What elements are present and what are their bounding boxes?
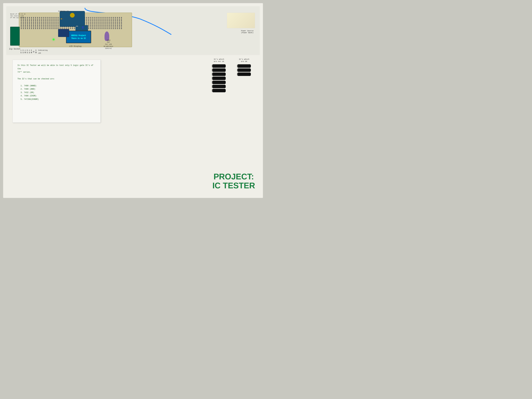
ic-list-item-3: 3. 7432 (OR): [21, 91, 96, 95]
ic-ok-chip-2: [238, 68, 250, 72]
indicating-led-label: IndicatingLED: [38, 49, 47, 54]
led-dot-indicator: [33, 51, 34, 52]
project-word-2: IC TESTER: [212, 181, 255, 190]
led-ab-b3: B O: [31, 50, 32, 54]
arduino-board: [60, 11, 85, 27]
ic-chip-6: [213, 85, 225, 88]
ic-ok-section: IC's which are OK: [235, 58, 253, 76]
power-source: [227, 13, 255, 28]
hardware-section: // will render via JS below Zip Socket N…: [6, 6, 260, 55]
foam-board: // will render via JS below Zip Socket N…: [3, 3, 263, 198]
pot-label: 10kΩ POT For LCD Brightness Control: [104, 39, 113, 50]
ic-not-ok-label: IC's which are not ok: [209, 58, 228, 63]
led-ab-b1: B 1: [22, 50, 24, 54]
info-paper: In this IC Tester we will be able to tes…: [13, 60, 101, 123]
notch-label: Notch of the IC on the reverse side of t…: [10, 13, 26, 19]
green-led-indicator: [53, 38, 55, 40]
ic-chip-7: [213, 89, 225, 92]
led-ab-a1: A 1: [20, 50, 22, 54]
led-ab-a2: A O: [25, 50, 26, 54]
ic-list-item-4: 4. 7486 (EXOR): [21, 94, 96, 98]
ic-list-item-2: 2. 7408 (AND): [21, 88, 96, 91]
project-word-1: PROJECT:: [212, 172, 255, 181]
led-ab-a3: A 1: [29, 50, 30, 54]
ic-ok-chip-3: [238, 72, 250, 76]
led-dot: [33, 51, 34, 52]
project-title: PROJECT: IC TESTER: [212, 172, 255, 190]
ic-chip-2: [213, 68, 225, 72]
ic-ok-chip-1: [238, 64, 250, 68]
ic-ok-label: IC's which are OK: [235, 58, 253, 63]
ic-chip-1: [213, 64, 225, 68]
lcd-display: EEE311 Project There is no IC: [66, 31, 91, 43]
ic-list-item-1: 1. 7400 (NAND): [21, 84, 96, 88]
ic-chip-4: [213, 76, 225, 80]
ic-not-ok-section: IC's which are not ok: [209, 58, 228, 93]
led-ab-b2: B 1: [27, 50, 28, 54]
lcd-label: LCD Display: [69, 45, 82, 47]
power-source-label: Power Source (Power Bank): [241, 30, 253, 34]
info-text: In this IC Tester we will be able to tes…: [18, 64, 96, 101]
zip-socket-label: Zip Socket: [9, 48, 20, 50]
lower-section: In this IC Tester we will be able to tes…: [6, 57, 260, 196]
arduino-label: Arduino (U...: [58, 10, 72, 12]
lcd-text: EEE311 Project There is no IC: [71, 34, 86, 40]
ic-chip-5: [213, 81, 225, 84]
ic-list-item-5: 5. 747266(EXNOR): [21, 98, 96, 101]
zip-socket: [10, 27, 20, 46]
led-ab-b4: B O: [35, 50, 37, 54]
ic-chip-3: [213, 72, 225, 76]
blue-module: [58, 29, 69, 37]
led-area: A 1 B 1 A O B 1 A 1 B O: [20, 49, 47, 54]
